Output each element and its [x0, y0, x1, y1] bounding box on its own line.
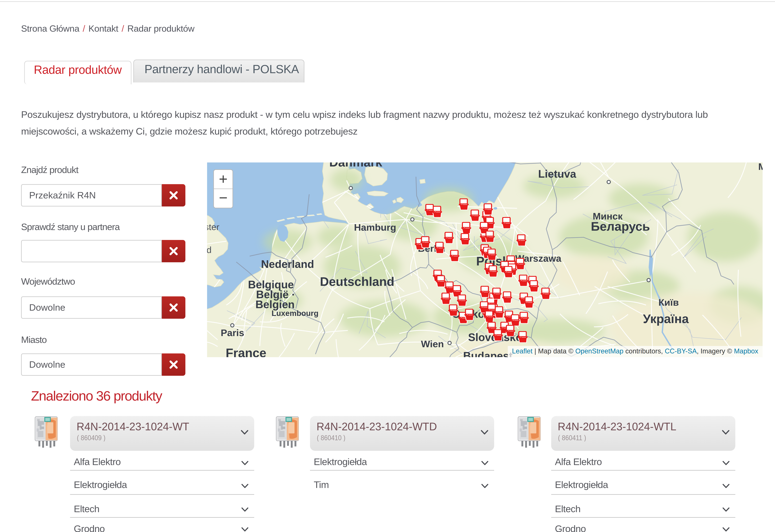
svg-text:England: England	[207, 245, 211, 255]
svg-text:Беларусь: Беларусь	[591, 219, 650, 233]
svg-text:Минск: Минск	[593, 211, 623, 221]
svg-text:Wien: Wien	[421, 339, 444, 349]
svg-text:Україна: Україна	[643, 312, 689, 326]
svg-text:Deutschland: Deutschland	[320, 275, 394, 289]
svg-text:Luxembourg: Luxembourg	[271, 309, 318, 318]
svg-text:Hamburg: Hamburg	[354, 222, 396, 233]
svg-text:Lietuva: Lietuva	[538, 168, 576, 180]
svg-text:Budapest: Budapest	[463, 350, 513, 357]
svg-text:Belgien: Belgien	[255, 299, 295, 311]
svg-text:Danmark: Danmark	[329, 162, 382, 169]
svg-text:France: France	[226, 346, 266, 357]
svg-text:Київ: Київ	[658, 297, 679, 308]
svg-text:Nederland: Nederland	[261, 258, 314, 270]
svg-text:Paris: Paris	[221, 328, 244, 338]
svg-text:M: M	[758, 162, 763, 172]
svg-text:Manchester: Manchester	[207, 222, 219, 232]
